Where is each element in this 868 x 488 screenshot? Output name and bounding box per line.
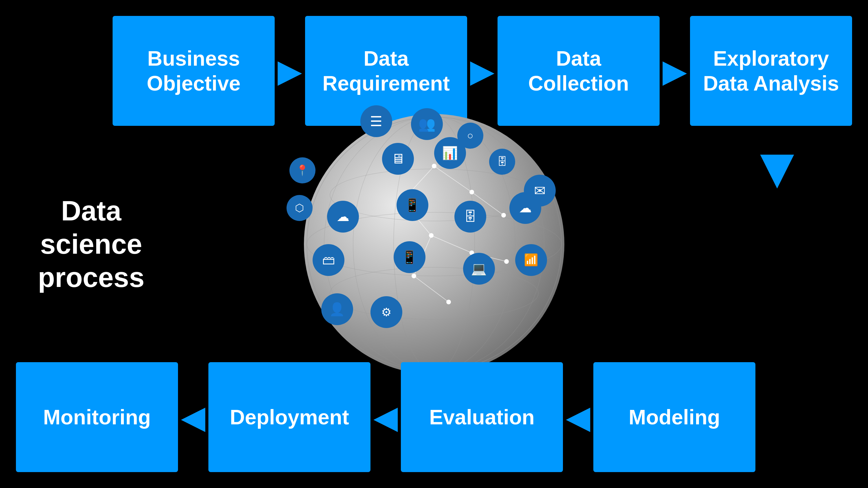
icon-phone: 📱 bbox=[397, 189, 428, 221]
globe-container: ☰ 👥 ○ 📍 🖥 📊 🗄 ✉ ⬡ ☁ 📱 🗄 ☁ bbox=[304, 114, 564, 374]
svg-point-4 bbox=[330, 169, 538, 221]
svg-point-21 bbox=[504, 259, 509, 264]
svg-point-19 bbox=[429, 233, 434, 238]
box-evaluation: Evaluation bbox=[401, 362, 563, 472]
arrow-left-3: ◀ bbox=[566, 401, 590, 433]
box-exploratory-data-analysis: Exploratory Data Analysis bbox=[690, 16, 852, 126]
svg-point-22 bbox=[411, 274, 416, 278]
svg-line-11 bbox=[431, 235, 472, 253]
box-data-collection: Data Collection bbox=[498, 16, 660, 126]
box-business-objective: Business Objective bbox=[113, 16, 275, 126]
icon-laptop: 💻 bbox=[463, 253, 495, 285]
top-boxes: Business Objective ▶ Data Requirement ▶ … bbox=[113, 16, 852, 126]
globe: ☰ 👥 ○ 📍 🖥 📊 🗄 ✉ ⬡ ☁ 📱 🗄 ☁ bbox=[304, 114, 564, 374]
arrow-left-1: ◀ bbox=[181, 401, 206, 433]
svg-line-14 bbox=[414, 276, 448, 302]
svg-point-6 bbox=[330, 267, 538, 319]
svg-point-17 bbox=[501, 213, 506, 218]
icon-cloud-phone: ☁ bbox=[327, 201, 359, 233]
icon-database-mid: 🗃 bbox=[313, 244, 344, 276]
icon-cloud2: ☁ bbox=[509, 192, 541, 224]
arrow-right-1: ▶ bbox=[278, 55, 302, 87]
bottom-boxes: Monitoring ◀ Deployment ◀ Evaluation ◀ M… bbox=[16, 362, 755, 472]
bottom-row: Monitoring ◀ Deployment ◀ Evaluation ◀ M… bbox=[0, 362, 868, 472]
svg-point-15 bbox=[432, 164, 436, 168]
icon-server: 🗄 bbox=[455, 201, 486, 233]
top-row: Business Objective ▶ Data Requirement ▶ … bbox=[0, 16, 868, 126]
arrow-down-container: ▼ bbox=[748, 144, 806, 191]
icon-network: ⬡ bbox=[286, 195, 313, 221]
box-modeling: Modeling bbox=[593, 362, 755, 472]
icon-monitor: 🖥 bbox=[382, 143, 414, 175]
svg-point-23 bbox=[446, 300, 451, 304]
arrow-left-2: ◀ bbox=[373, 401, 398, 433]
icon-person: 👤 bbox=[321, 293, 353, 325]
main-container: Data science process Business Objective … bbox=[0, 0, 868, 488]
icon-location: 📍 bbox=[289, 157, 315, 184]
box-monitoring: Monitoring bbox=[16, 362, 178, 472]
arrow-right-2: ▶ bbox=[470, 55, 495, 87]
arrow-down: ▼ bbox=[748, 144, 806, 191]
icon-people: 👥 bbox=[411, 108, 443, 140]
icon-document: ☰ bbox=[360, 105, 392, 137]
svg-line-7 bbox=[434, 166, 472, 192]
icon-database-top: 🗄 bbox=[489, 149, 515, 175]
box-deployment: Deployment bbox=[208, 362, 370, 472]
arrow-right-3: ▶ bbox=[662, 55, 687, 87]
data-science-label: Data science process bbox=[16, 194, 166, 294]
icon-scatter: ⚙ bbox=[370, 296, 402, 328]
icon-wifi: 📶 bbox=[515, 244, 547, 276]
icon-chart: 📊 bbox=[434, 137, 466, 169]
icon-tablet: 📱 bbox=[394, 241, 426, 273]
svg-point-16 bbox=[469, 190, 474, 194]
